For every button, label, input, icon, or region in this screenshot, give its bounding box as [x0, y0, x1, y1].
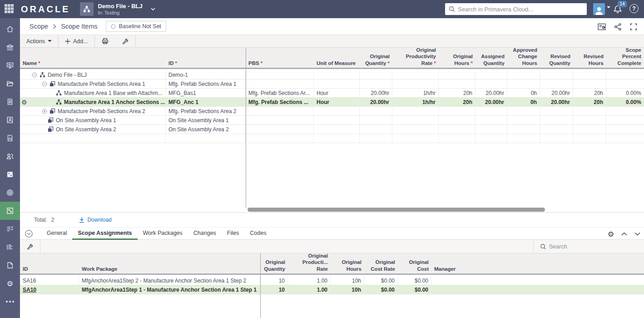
sidebar-item-workspaces[interactable]	[0, 38, 20, 56]
tab-scope-assignments[interactable]: Scope Assignments	[72, 227, 137, 240]
sidebar-item-documents[interactable]	[0, 93, 20, 111]
column-header-assigned-quantity[interactable]: Assigned Quantity	[476, 48, 507, 68]
approved-change-hours-cell	[507, 80, 540, 88]
sidebar-item-home[interactable]	[0, 20, 20, 38]
tab-general[interactable]: General	[41, 227, 72, 240]
assigned-quantity-cell: 20.00hr	[476, 98, 507, 106]
collapse-toggle-icon[interactable]	[32, 72, 37, 78]
sidebar-item-schedule[interactable]	[0, 238, 20, 256]
customize-columns-button[interactable]	[115, 35, 135, 48]
tab-codes[interactable]: Codes	[244, 227, 272, 240]
column-header-original-productivity-rate[interactable]: Original Productivity Rate*	[392, 48, 439, 68]
column-header-original-quantity[interactable]: Original Quantity*	[360, 48, 392, 68]
sidebar-item-settings[interactable]: ⚙	[0, 274, 20, 293]
scope-assignment-row[interactable]: SA16 MfgAnchorArea1Step 2 - Manufacture …	[20, 276, 644, 285]
column-header-original-cost[interactable]: Original Cost	[398, 253, 431, 273]
sidebar-item-contacts[interactable]	[0, 111, 20, 129]
scope-assignments-body: SA16 MfgAnchorArea1Step 2 - Manufacture …	[20, 276, 644, 294]
project-dropdown-caret-icon[interactable]	[151, 8, 155, 10]
column-header-id[interactable]: ID	[20, 253, 79, 273]
user-avatar[interactable]	[593, 3, 605, 15]
folder-icon	[6, 80, 14, 88]
assignment-id-link[interactable]: SA10	[23, 287, 36, 293]
uom-cell: Hour	[314, 89, 360, 97]
column-header-original-quantity[interactable]: Original Quantity	[260, 253, 288, 273]
scope-item-row[interactable]: Manufacture Area 1 Base with Attachm... …	[20, 89, 644, 98]
column-header-pbs[interactable]: PBS*	[246, 48, 314, 68]
scope-percent-complete-cell: 0.00%	[606, 89, 644, 97]
panel-expand-chevron-up-icon[interactable]	[621, 232, 627, 236]
project-tile[interactable]	[80, 2, 94, 16]
baseline-status-chip[interactable]: Baseline Not Set	[106, 21, 166, 32]
sidebar-item-portfolios[interactable]	[0, 75, 20, 93]
sidebar-item-scope[interactable]	[0, 202, 20, 220]
column-header-original-cost-rate[interactable]: Original Cost Rate	[364, 253, 398, 273]
scope-item-row-selected[interactable]: ⚙ Manufacture Area 1 Anchor Sections ...…	[20, 98, 644, 107]
original-hours-cell	[439, 125, 476, 134]
column-header-revised-hours[interactable]: Revised Hours	[573, 48, 606, 68]
sidebar-item-strategies[interactable]	[0, 184, 20, 202]
tab-files[interactable]: Files	[222, 227, 244, 240]
breadcrumb-scope[interactable]: Scope	[30, 23, 48, 30]
sidebar-item-tasks[interactable]	[0, 220, 20, 238]
row-actions-gear-icon[interactable]: ⚙	[21, 98, 27, 106]
project-context[interactable]: Demo File - BLJ In: Testing	[98, 3, 142, 15]
sidebar-item-dashboards[interactable]	[0, 56, 20, 75]
gear-icon: ⚙	[7, 279, 13, 288]
detail-frozen-pane-divider[interactable]	[260, 253, 261, 318]
app-launcher-icon[interactable]	[5, 4, 15, 14]
report-chart-icon	[6, 134, 14, 142]
report-preview-icon[interactable]	[597, 23, 606, 31]
monitor-pulse-icon	[6, 61, 14, 70]
frozen-pane-divider[interactable]	[246, 48, 246, 208]
pbs-cell	[246, 116, 314, 124]
user-menu-caret-icon[interactable]	[607, 6, 610, 9]
column-header-unit-of-measure[interactable]: Unit of Measure	[314, 48, 360, 68]
share-icon[interactable]	[614, 23, 622, 31]
column-header-name[interactable]: Name*	[20, 48, 166, 68]
approved-change-hours-cell	[507, 107, 540, 115]
column-header-work-package[interactable]: Work Package	[79, 253, 260, 273]
detail-search	[533, 240, 644, 253]
column-header-original-hours[interactable]: Original Hours*	[439, 48, 476, 68]
scope-item-row[interactable]: Manufacture Prefab Sections Area 1 Mfg. …	[20, 80, 644, 89]
scope-assignment-row-selected[interactable]: SA10 MfgAnchorArea1Step 1 - Manufacture …	[20, 285, 644, 294]
approved-change-hours-cell	[507, 125, 540, 134]
sidebar-item-risk[interactable]	[0, 165, 20, 184]
add-label: Add...	[73, 38, 88, 45]
expand-toggle-icon[interactable]	[42, 109, 47, 114]
panel-collapse-chevron-down-icon[interactable]	[634, 232, 640, 236]
column-header-scope-percent-complete[interactable]: Scope Percent Complete	[606, 48, 644, 68]
column-header-manager[interactable]: Manager	[431, 253, 644, 273]
scope-item-row[interactable]: Manufacture Prefab Sections Area 2 Mfg. …	[20, 107, 644, 116]
column-header-original-productivity-rate[interactable]: Original Producti... Rate	[288, 253, 331, 273]
sidebar-item-resources[interactable]	[0, 147, 20, 165]
global-search-input[interactable]	[458, 6, 587, 13]
tab-changes[interactable]: Changes	[188, 227, 222, 240]
add-button[interactable]: Add...	[59, 35, 94, 48]
scope-item-row[interactable]: On Site Assembly Area 2 On Site Assembly…	[20, 125, 644, 134]
column-header-revised-quantity[interactable]: Revised Quantity	[540, 48, 573, 68]
breadcrumb-chevron-icon	[53, 24, 56, 29]
column-header-original-hours[interactable]: Original Hours	[331, 253, 364, 273]
sidebar-item-reports[interactable]	[0, 129, 20, 147]
sidebar-item-changes[interactable]	[0, 256, 20, 274]
print-button[interactable]	[95, 35, 115, 48]
detail-search-input[interactable]	[549, 243, 644, 250]
detail-settings-gear-icon[interactable]: ⚙	[608, 230, 614, 238]
scope-item-row[interactable]: On Site Assembly Area 1 On Site Assembly…	[20, 116, 644, 125]
detail-customize-button[interactable]	[20, 240, 40, 253]
collapse-panel-circle-icon[interactable]	[25, 229, 33, 238]
download-link[interactable]: Download	[79, 217, 111, 223]
total-label: Total:	[34, 217, 47, 223]
tab-work-packages[interactable]: Work Packages	[138, 227, 188, 240]
actions-button[interactable]: Actions	[20, 35, 58, 48]
sidebar-item-more[interactable]	[0, 293, 20, 311]
scope-item-row[interactable]: Demo File - BLJ Demo-1	[20, 70, 644, 80]
column-header-approved-change-hours[interactable]: Approved Change Hours	[507, 48, 540, 68]
horizontal-scrollbar[interactable]	[248, 208, 545, 212]
help-icon[interactable]: ?	[629, 4, 639, 13]
collapse-toggle-icon[interactable]	[42, 81, 47, 87]
fullscreen-icon[interactable]	[629, 23, 638, 31]
column-header-id[interactable]: ID*	[166, 48, 246, 68]
